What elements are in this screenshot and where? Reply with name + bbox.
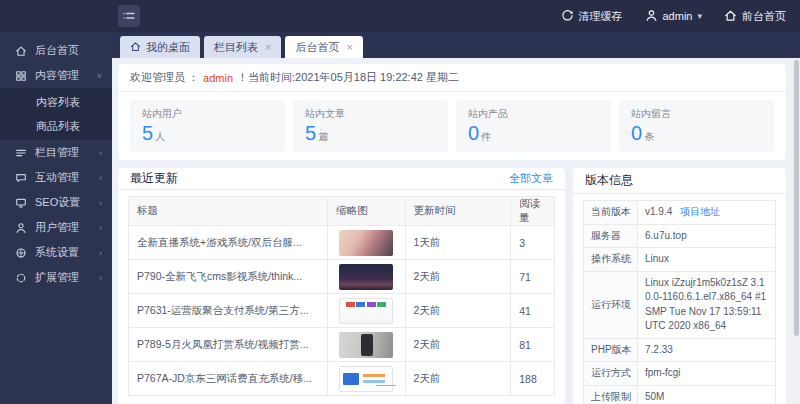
chevron-right-icon: › [99, 148, 102, 158]
table-row[interactable]: P7631-运营版聚合支付系统/第三方... 2天前 41 [129, 294, 555, 328]
front-home-button[interactable]: 前台首页 [724, 9, 786, 24]
article-title: P7631-运营版聚合支付系统/第三方... [129, 294, 328, 328]
version-row: 操作系统 Linux [584, 248, 776, 272]
username: admin [663, 10, 693, 22]
hamburger-icon [123, 11, 135, 21]
version-row: 当前版本 v1.9.4项目地址 [584, 201, 776, 225]
chevron-down-icon: ▾ [697, 11, 702, 21]
thumbnail-image [339, 298, 393, 324]
sidebar-item-column-mgmt[interactable]: 栏目管理 › [0, 140, 112, 165]
topbar: 清理缓存 admin ▾ 前台首页 [0, 0, 800, 32]
tab-column-list[interactable]: 栏目列表 × [204, 36, 281, 58]
clear-cache-button[interactable]: 清理缓存 [561, 9, 623, 24]
all-articles-link[interactable]: 全部文章 [509, 171, 553, 186]
list-icon [14, 146, 27, 159]
project-link[interactable]: 项目地址 [680, 206, 720, 217]
tab-backend-home[interactable]: 后台首页 × [285, 36, 362, 58]
stat-card-users: 站内用户 5人 [130, 100, 285, 152]
stats-row: 站内用户 5人 站内文章 5篇 站内产品 0件 站内留言 0条 [118, 92, 786, 160]
sidebar-item-interaction-mgmt[interactable]: 互动管理 › [0, 165, 112, 190]
chevron-down-icon: ˅ [97, 71, 102, 81]
chevron-right-icon: › [99, 273, 102, 283]
table-row[interactable]: P789-5月火凤凰打赏系统/视频打赏... 2天前 81 [129, 328, 555, 362]
view-count: 81 [511, 328, 555, 362]
version-value: v1.9.4 [645, 206, 672, 217]
user-menu[interactable]: admin ▾ [645, 9, 703, 24]
tab-my-desktop[interactable]: 我的桌面 [120, 36, 200, 58]
sidebar-toggle-button[interactable] [118, 5, 140, 27]
circle-icon [14, 271, 27, 284]
stat-card-products: 站内产品 0件 [456, 100, 611, 152]
welcome-panel: 欢迎管理员 ： admin ！当前时间:2021年05月18日 19:22:42… [118, 64, 786, 160]
sidebar-item-seo-settings[interactable]: SEO设置 › [0, 190, 112, 215]
version-value: 7.2.33 [638, 338, 776, 362]
version-value: fpm-fcgi [638, 362, 776, 386]
stat-value: 0件 [468, 121, 599, 145]
version-info-panel: 版本信息 当前版本 v1.9.4项目地址 服务器 6. [573, 168, 786, 404]
version-row: 运行环境 Linux iZzujr1m5k0z1sZ 3.10.0-1160.6… [584, 271, 776, 338]
refresh-icon [561, 9, 574, 24]
article-title: P767A-JD京东三网话费直充系统/移... [129, 362, 328, 396]
update-time: 2天前 [405, 260, 511, 294]
chat-icon [14, 171, 27, 184]
update-time: 1天前 [405, 226, 511, 260]
version-value: 50M [638, 385, 776, 404]
recent-updates-panel: 最近更新 全部文章 标题 缩略图 更新时间 阅读量 [118, 168, 565, 404]
home-icon [724, 9, 737, 24]
update-time: 2天前 [405, 294, 511, 328]
table-header-row: 标题 缩略图 更新时间 阅读量 [129, 197, 555, 226]
welcome-message: 欢迎管理员 ： admin ！当前时间:2021年05月18日 19:22:42… [118, 64, 786, 92]
thumbnail-image [339, 332, 393, 358]
tabbar: 我的桌面 栏目列表 × 后台首页 × [112, 32, 800, 58]
sidebar-item-dashboard[interactable]: 后台首页 [0, 38, 112, 63]
version-row: 运行方式 fpm-fcgi [584, 362, 776, 386]
sidebar-item-extension-mgmt[interactable]: 扩展管理 › [0, 265, 112, 290]
sidebar-item-user-mgmt[interactable]: 用户管理 › [0, 215, 112, 240]
panel-title: 最近更新 [130, 170, 178, 187]
view-count: 41 [511, 294, 555, 328]
vertical-scrollbar [792, 58, 800, 404]
article-title: P790-全新飞飞cms影视系统/think... [129, 260, 328, 294]
chevron-right-icon: › [99, 173, 102, 183]
table-row[interactable]: P790-全新飞飞cms影视系统/think... 2天前 71 [129, 260, 555, 294]
stat-value: 0条 [631, 121, 762, 145]
gear-icon [14, 246, 27, 259]
home-icon [14, 44, 27, 57]
table-row[interactable]: P767A-JD京东三网话费直充系统/移... 2天前 188 [129, 362, 555, 396]
stat-value: 5人 [142, 121, 273, 145]
user-icon [14, 221, 27, 234]
sidebar-item-content-list[interactable]: 内容列表 [0, 90, 112, 114]
clear-cache-label: 清理缓存 [579, 9, 623, 24]
sidebar-item-system-settings[interactable]: 系统设置 › [0, 240, 112, 265]
chevron-right-icon: › [99, 198, 102, 208]
monitor-icon [14, 196, 27, 209]
version-info-table: 当前版本 v1.9.4项目地址 服务器 6.u7u.top 操作系统 Linux [583, 200, 776, 404]
topbar-actions: 清理缓存 admin ▾ 前台首页 [561, 9, 800, 24]
sidebar-item-product-list[interactable]: 商品列表 [0, 114, 112, 138]
front-home-label: 前台首页 [742, 9, 786, 24]
table-row[interactable]: 全新直播系统+游戏系统/双后台服... 1天前 3 [129, 226, 555, 260]
scrollbar-thumb[interactable] [794, 60, 799, 336]
close-icon[interactable]: × [346, 41, 352, 53]
grid-icon [14, 69, 27, 82]
view-count: 188 [511, 362, 555, 396]
version-row: PHP版本 7.2.33 [584, 338, 776, 362]
version-value: 6.u7u.top [638, 224, 776, 248]
thumbnail-image [339, 230, 393, 256]
view-count: 71 [511, 260, 555, 294]
article-title: P789-5月火凤凰打赏系统/视频打赏... [129, 328, 328, 362]
sidebar: 后台首页 内容管理 ˅ 内容列表 商品列表 栏目管理 › [0, 32, 112, 404]
chevron-right-icon: › [99, 248, 102, 258]
admin-dashboard: 清理缓存 admin ▾ 前台首页 后台首页 [0, 0, 800, 404]
version-row: 上传限制 50M [584, 385, 776, 404]
thumbnail-image [339, 366, 393, 392]
chevron-right-icon: › [99, 223, 102, 233]
panel-title: 版本信息 [585, 172, 633, 189]
view-count: 3 [511, 226, 555, 260]
sidebar-item-content-mgmt[interactable]: 内容管理 ˅ [0, 63, 112, 88]
stat-card-articles: 站内文章 5篇 [293, 100, 448, 152]
user-icon [645, 9, 658, 24]
close-icon[interactable]: × [265, 41, 271, 53]
home-icon [130, 41, 141, 54]
main-content: 欢迎管理员 ： admin ！当前时间:2021年05月18日 19:22:42… [112, 58, 800, 404]
